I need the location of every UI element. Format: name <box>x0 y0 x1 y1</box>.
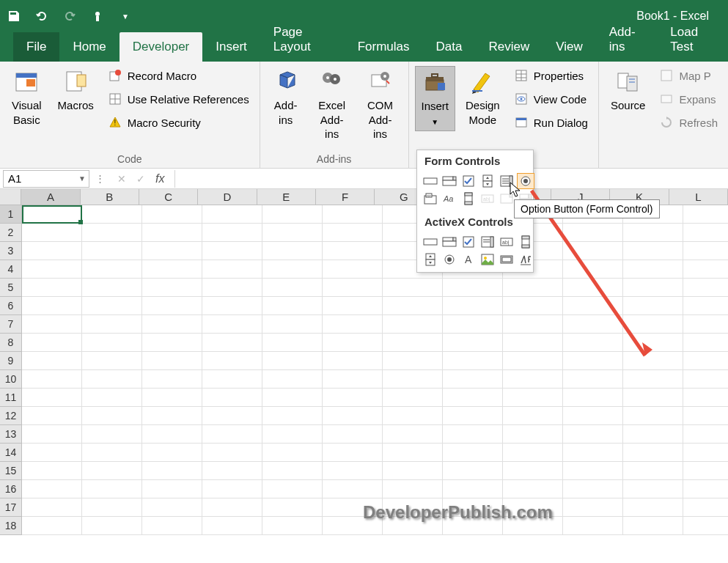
cell[interactable] <box>323 444 383 462</box>
cell[interactable] <box>563 224 623 242</box>
tab-view[interactable]: View <box>543 32 596 62</box>
cell[interactable] <box>623 297 683 315</box>
more-controls-activex[interactable] <box>517 251 534 268</box>
cell[interactable] <box>142 260 202 279</box>
column-header[interactable]: E <box>257 189 316 205</box>
column-header[interactable]: F <box>316 189 375 205</box>
cell[interactable] <box>623 279 683 297</box>
cell[interactable] <box>443 444 503 462</box>
visual-basic-button[interactable]: Visual Basic <box>6 66 48 130</box>
row-header[interactable]: 6 <box>0 297 22 315</box>
option-button-activex[interactable] <box>441 251 458 268</box>
cell[interactable] <box>323 224 383 242</box>
cell[interactable] <box>443 279 503 297</box>
insert-controls-button[interactable]: Insert▼ <box>415 66 456 131</box>
column-header[interactable]: L <box>669 189 728 205</box>
cell[interactable] <box>443 407 503 425</box>
cell[interactable] <box>683 407 728 425</box>
cell[interactable] <box>22 242 82 260</box>
row-header[interactable]: 13 <box>0 425 22 444</box>
cell[interactable] <box>503 370 563 389</box>
cell[interactable] <box>142 444 202 462</box>
cell[interactable] <box>563 279 623 297</box>
cell[interactable] <box>262 517 323 535</box>
cell[interactable] <box>443 297 503 315</box>
cell[interactable] <box>563 517 623 535</box>
image-activex[interactable] <box>479 251 496 268</box>
use-relative-references-button[interactable]: Use Relative References <box>104 89 254 108</box>
combobox-activex[interactable] <box>441 234 458 250</box>
cell[interactable] <box>142 315 202 334</box>
cell[interactable] <box>683 370 728 389</box>
cell[interactable] <box>202 407 262 425</box>
option-button-form-control[interactable] <box>517 173 534 189</box>
cell[interactable] <box>202 480 262 498</box>
cell[interactable] <box>683 297 728 315</box>
cell[interactable] <box>22 389 82 407</box>
row-header[interactable]: 7 <box>0 315 22 334</box>
cell[interactable] <box>262 297 323 315</box>
cell[interactable] <box>82 242 142 260</box>
cell[interactable] <box>683 205 728 224</box>
cell[interactable] <box>202 462 262 480</box>
cell[interactable] <box>22 517 82 535</box>
cell[interactable] <box>202 279 262 297</box>
cell[interactable] <box>323 205 383 224</box>
tab-page-layout[interactable]: Page Layout <box>260 18 345 62</box>
cell[interactable] <box>202 224 262 242</box>
cell[interactable] <box>82 462 142 480</box>
tab-formulas[interactable]: Formulas <box>345 32 423 62</box>
cell[interactable] <box>443 389 503 407</box>
cell[interactable] <box>22 425 82 444</box>
cell[interactable] <box>323 517 383 535</box>
tab-review[interactable]: Review <box>475 32 543 62</box>
cell[interactable] <box>22 315 82 334</box>
cell[interactable] <box>563 444 623 462</box>
cell[interactable] <box>202 315 262 334</box>
cell[interactable] <box>503 334 563 352</box>
cancel-icon[interactable]: ✕ <box>117 173 126 185</box>
cell[interactable] <box>503 462 563 480</box>
cell[interactable] <box>443 352 503 370</box>
view-code-button[interactable]: View Code <box>510 89 592 108</box>
row-header[interactable]: 5 <box>0 279 22 297</box>
cell[interactable] <box>563 370 623 389</box>
cell[interactable] <box>22 352 82 370</box>
cell[interactable] <box>202 370 262 389</box>
cell[interactable] <box>563 242 623 260</box>
tab-load-test[interactable]: Load Test <box>657 18 728 62</box>
cell[interactable] <box>623 389 683 407</box>
cell[interactable] <box>383 370 443 389</box>
record-macro-button[interactable]: Record Macro <box>104 66 254 85</box>
cell[interactable] <box>142 297 202 315</box>
addins-button[interactable]: Add- ins <box>266 66 306 130</box>
cell[interactable] <box>623 480 683 498</box>
cell[interactable] <box>683 425 728 444</box>
excel-addins-button[interactable]: Excel Add-ins <box>310 66 354 144</box>
cell[interactable] <box>503 425 563 444</box>
cell[interactable] <box>503 297 563 315</box>
cell[interactable] <box>443 462 503 480</box>
cell[interactable] <box>383 444 443 462</box>
row-header[interactable]: 16 <box>0 480 22 498</box>
label-form-control[interactable]: Aa <box>441 191 458 207</box>
cell[interactable] <box>443 334 503 352</box>
checkbox-form-control[interactable] <box>460 173 477 189</box>
cell[interactable] <box>683 352 728 370</box>
cell[interactable] <box>262 370 323 389</box>
cell[interactable] <box>323 498 383 517</box>
redo-icon[interactable] <box>63 10 76 23</box>
cell[interactable] <box>142 462 202 480</box>
row-header[interactable]: 8 <box>0 334 22 352</box>
cell[interactable] <box>503 352 563 370</box>
cell[interactable] <box>563 297 623 315</box>
cell[interactable] <box>563 315 623 334</box>
cell[interactable] <box>22 498 82 517</box>
combobox-form-control[interactable] <box>441 173 458 189</box>
macro-security-button[interactable]: ! Macro Security <box>104 113 254 132</box>
cell[interactable] <box>323 389 383 407</box>
enter-icon[interactable]: ✓ <box>136 173 145 185</box>
row-header[interactable]: 3 <box>0 242 22 260</box>
cell[interactable] <box>262 279 323 297</box>
cell[interactable] <box>503 517 563 535</box>
